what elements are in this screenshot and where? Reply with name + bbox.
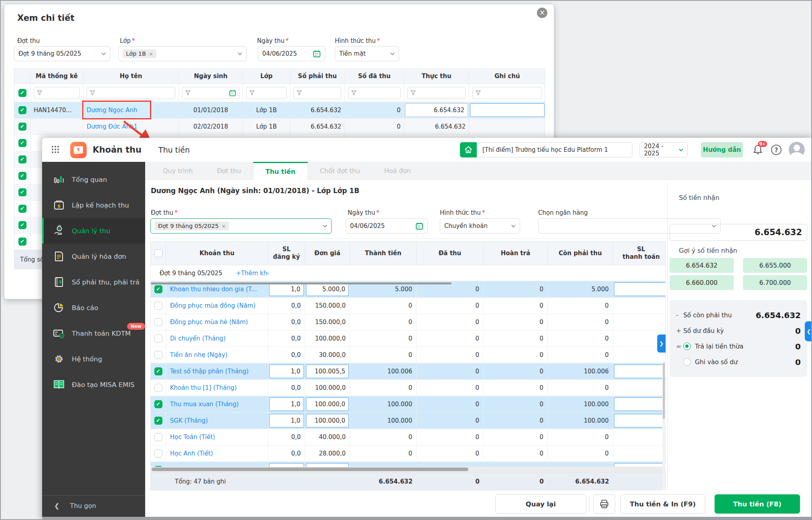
row-checkbox[interactable] <box>154 449 162 458</box>
row-checkbox[interactable]: ✔ <box>18 172 26 180</box>
sidebar-item-8[interactable]: Hệ thống <box>42 346 145 372</box>
fee-row[interactable]: Đồng phục mùa đông (Năm)0,0150.000,00000 <box>150 298 666 314</box>
print-button[interactable] <box>593 494 615 514</box>
column-filter-input[interactable] <box>246 87 287 99</box>
column-header[interactable]: Số đã thu <box>345 69 404 83</box>
fee-row[interactable]: Di chuyển (Tháng)0,0100.000,00000 <box>150 331 666 347</box>
row-checkbox[interactable] <box>154 318 162 326</box>
calendar-icon[interactable] <box>313 50 321 58</box>
suggestion-chip[interactable]: 6.654.632 <box>670 258 734 273</box>
note-input[interactable] <box>470 103 545 117</box>
column-header[interactable]: Họ tên <box>83 69 179 83</box>
column-filter-input[interactable] <box>472 87 542 99</box>
row-checkbox[interactable]: ✔ <box>18 123 26 131</box>
help-button[interactable]: Hướng dẫn <box>701 142 743 157</box>
close-icon[interactable]: × <box>537 8 547 18</box>
column-header[interactable]: Số phải thu <box>290 69 345 83</box>
fee-row[interactable]: Học Toán (Tiết)0,040.000,00000 <box>150 429 666 445</box>
calendar-icon[interactable] <box>229 89 236 97</box>
fee-name-link[interactable]: SGK (Tháng) <box>166 413 268 429</box>
suggestion-chip[interactable]: 6.700.000 <box>743 275 807 290</box>
fee-row[interactable]: Học Anh (Tiết)0,028.000,00000 <box>150 445 666 462</box>
row-checkbox[interactable]: ✔ <box>18 238 26 246</box>
radio-button[interactable] <box>683 343 691 350</box>
column-header[interactable]: SLđăng ký <box>268 242 305 265</box>
column-filter-input[interactable] <box>407 87 466 99</box>
column-header[interactable]: SLthanh toán <box>613 242 666 265</box>
method-select[interactable]: Chuyển khoản <box>440 218 520 234</box>
row-checkbox[interactable] <box>154 433 162 441</box>
suggestion-chip[interactable]: 6.660.000 <box>670 275 734 290</box>
fee-name-link[interactable]: Đồng phục mùa đông (Năm) <box>166 298 268 314</box>
received-amount-input[interactable]: 6.654.632 <box>670 224 807 241</box>
column-header[interactable]: Hoàn trả <box>484 242 548 265</box>
fee-name-link[interactable]: Khoản thu [1] (Tháng) <box>166 380 268 396</box>
column-filter-input[interactable] <box>348 87 401 99</box>
row-checkbox[interactable]: ✔ <box>18 188 26 196</box>
fee-name-link[interactable]: Học Anh (Tiết) <box>166 445 268 462</box>
fee-row[interactable]: ✔SGK (Tháng)1,0100.000,0100.00000100.000 <box>150 413 666 429</box>
column-filter-input[interactable] <box>182 87 239 99</box>
fee-name-link[interactable]: Di chuyển (Tháng) <box>166 331 268 347</box>
scrollbar-thumb[interactable] <box>663 363 665 419</box>
row-checkbox[interactable]: ✔ <box>18 221 26 229</box>
sidebar-item-9[interactable]: Đào tạo MISA EMIS <box>42 372 145 397</box>
home-icon[interactable] <box>460 142 477 157</box>
scrollbar-thumb[interactable] <box>152 468 468 471</box>
column-header[interactable]: Khoản thu <box>166 242 268 265</box>
column-header[interactable]: Ngày sinh <box>179 69 243 83</box>
row-checkbox[interactable]: ✔ <box>18 139 26 147</box>
chip-remove-icon[interactable]: × <box>149 51 153 57</box>
row-checkbox[interactable]: ✔ <box>18 89 26 97</box>
row-checkbox[interactable]: ✔ <box>154 400 162 408</box>
batch-chip[interactable]: Đợt 9 tháng 05/2025× <box>155 222 229 230</box>
fee-row[interactable]: Khoản thu [1] (Tháng)0,0100.000,00000 <box>150 380 666 396</box>
tab-1[interactable]: Quy trình <box>151 162 205 180</box>
horizontal-scrollbar[interactable] <box>150 467 666 472</box>
student-row[interactable]: ✔Dương Đức Anh102/02/2018Lớp 1B6.654.632… <box>14 119 545 135</box>
row-checkbox[interactable]: ✔ <box>154 367 162 375</box>
row-checkbox[interactable] <box>154 351 162 359</box>
notifications-bell-icon[interactable]: 9+ <box>752 144 764 156</box>
row-checkbox[interactable]: ✔ <box>18 205 26 213</box>
fee-row-clipped[interactable]: ✔ <box>150 462 666 467</box>
fee-name-link[interactable]: Test số thập phân (Tháng) <box>166 363 268 379</box>
row-checkbox[interactable]: ✔ <box>18 106 26 114</box>
date-input[interactable]: 04/06/2025 <box>258 46 325 61</box>
column-header[interactable]: Đã thu <box>417 242 484 265</box>
fee-row[interactable]: Tiền ăn nhẹ (Ngày)0,030.000,00000 <box>150 347 666 363</box>
qty-input[interactable]: 1,0 <box>269 282 304 296</box>
row-checkbox[interactable] <box>154 302 162 310</box>
column-header[interactable]: Đơn giá <box>305 242 350 265</box>
row-checkbox[interactable] <box>154 384 162 392</box>
tab-5[interactable]: Hoá đơn <box>372 162 423 180</box>
qty-input[interactable]: 1,0 <box>269 397 304 411</box>
column-filter-input[interactable] <box>87 87 175 99</box>
school-selector[interactable]: [Thí điểm] Trường tiểu học Edu Platform … <box>477 142 632 157</box>
radio-button[interactable] <box>683 358 691 366</box>
sidebar-item-3[interactable]: $Quản lý thu <box>42 218 145 244</box>
price-input[interactable]: 5.000,0 <box>306 282 349 296</box>
class-multiselect[interactable]: Lớp 1B× <box>118 46 247 61</box>
panel-expand-icon[interactable]: ❯ <box>657 335 666 353</box>
top-scrollbar-thumb[interactable] <box>151 282 452 284</box>
row-checkbox[interactable]: ✔ <box>18 155 26 163</box>
method-select[interactable]: Tiền mặt <box>335 46 399 61</box>
sidebar-item-1[interactable]: Tổng quan <box>42 167 145 192</box>
apps-grid-icon[interactable] <box>52 146 60 154</box>
pay-qty-input[interactable] <box>614 365 666 378</box>
sidebar-collapse[interactable]: ❮Thu gọn <box>42 495 145 510</box>
pay-qty-input[interactable] <box>614 282 666 296</box>
school-year-select[interactable]: 2024 - 2025 <box>640 142 688 157</box>
column-header[interactable]: Thành tiền <box>350 242 417 265</box>
fee-name-link[interactable]: Thu mua xuan (Tháng) <box>166 396 268 412</box>
collect-print-button[interactable]: Thu tiền & In (F9) <box>620 494 705 514</box>
column-header[interactable]: Mã thống kê <box>30 69 83 83</box>
sidebar-item-2[interactable]: $Lập kế hoạch thu <box>42 192 145 218</box>
pay-qty-input[interactable] <box>614 397 666 411</box>
actual-amount-input[interactable]: 6.654.632 <box>405 103 468 117</box>
sidebar-item-7[interactable]: Thanh toán KDTMNew <box>42 320 145 346</box>
fee-name-link[interactable]: Đồng phục mùa hè (Năm) <box>166 314 268 330</box>
fee-name-link[interactable]: Tiền ăn nhẹ (Ngày) <box>166 347 268 363</box>
batch-select[interactable]: Đợt 9 tháng 05/2025 <box>14 46 110 61</box>
